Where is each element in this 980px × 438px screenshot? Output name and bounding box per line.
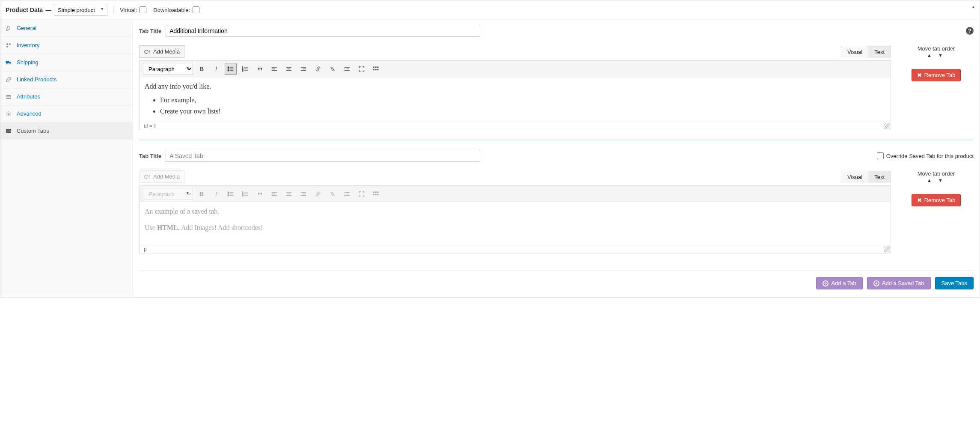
wrench-icon [6,25,12,31]
editor-path: p [144,246,147,252]
sidebar-item-label: Advanced [17,110,42,117]
svg-rect-38 [373,66,374,68]
virtual-label: Virtual: [120,7,137,13]
svg-point-5 [9,63,10,64]
bullet-list-button[interactable] [225,63,237,75]
svg-rect-72 [377,191,378,193]
editor-list-item: Create your own lists! [160,106,885,116]
format-select[interactable]: Paragraph [143,63,193,75]
editor-tab-visual[interactable]: Visual [841,171,868,183]
svg-point-49 [228,195,229,196]
virtual-checkbox[interactable] [140,6,146,13]
svg-text:3: 3 [242,70,244,72]
resize-grip-icon[interactable] [884,246,890,252]
override-checkbox[interactable] [877,152,884,159]
align-center-button [283,188,295,200]
sidebar-item-label: Attributes [17,93,40,100]
override-label: Override Saved Tab for this product [886,153,974,159]
editor-text: An example of a saved tab. [145,206,885,217]
remove-tab-button[interactable]: ✖ Remove Tab [912,194,961,206]
save-tabs-label: Save Tabs [941,280,967,286]
sidebar: General Inventory Shipping Linked Produc… [0,20,133,297]
bullet-list-button [225,188,237,200]
add-media-label: Add Media [153,48,180,55]
attributes-icon [6,94,12,100]
svg-point-15 [228,69,229,69]
tab-title-input[interactable] [166,25,480,37]
add-tab-label: Add a Tab [831,280,856,286]
panel-title: Product Data [6,6,43,13]
toolbar-toggle-button[interactable] [370,63,382,75]
plus-icon: + [873,280,879,286]
unlink-button[interactable] [327,63,339,75]
close-icon: ✖ [917,197,922,203]
svg-rect-73 [373,194,374,195]
sidebar-item-label: Shipping [17,59,39,66]
sidebar-item-advanced[interactable]: Advanced [0,105,133,122]
add-media-button[interactable]: Add Media [139,45,184,58]
svg-text:3: 3 [242,195,244,197]
editor-text: Use HTML. Add Images! Add shortcodes! [145,223,885,233]
align-center-button[interactable] [283,63,295,75]
move-tab-arrows[interactable]: ▲ ▼ [899,53,974,58]
editor-toolbar: Paragraph B I 123 [140,61,891,77]
align-right-button [297,188,309,200]
svg-rect-74 [375,194,377,195]
save-tabs-button[interactable]: Save Tabs [935,277,974,289]
panel-header: Product Data — Simple product Virtual: D… [0,0,980,20]
fullscreen-button[interactable] [356,63,368,75]
sidebar-item-general[interactable]: General [0,20,133,37]
align-left-button[interactable] [268,63,280,75]
sidebar-item-inventory[interactable]: Inventory [0,37,133,54]
move-tab-arrows[interactable]: ▲ ▼ [899,178,974,183]
align-right-button[interactable] [297,63,309,75]
svg-rect-41 [373,69,374,70]
collapse-toggle-icon[interactable]: ▲ [971,5,975,9]
editor-path: ul » li [144,123,156,129]
editor-status-bar: ul » li [140,122,891,130]
bold-button[interactable]: B [196,63,208,75]
toolbar-toggle-button [370,188,382,200]
svg-point-13 [228,67,229,68]
sidebar-item-custom-tabs[interactable]: </> Custom Tabs [0,122,133,140]
sidebar-item-linked[interactable]: Linked Products [0,71,133,88]
svg-rect-40 [377,66,378,68]
add-tab-button[interactable]: + Add a Tab [816,277,862,289]
add-saved-tab-button[interactable]: + Add a Saved Tab [867,277,931,289]
insert-more-button[interactable] [341,63,353,75]
downloadable-checkbox[interactable] [193,6,199,13]
downloadable-label: Downloadable: [153,7,190,13]
svg-rect-7 [6,96,11,97]
editor-tab-text[interactable]: Text [868,46,891,58]
sidebar-item-label: Custom Tabs [17,128,49,134]
remove-tab-button[interactable]: ✖ Remove Tab [912,69,961,81]
sidebar-item-shipping[interactable]: Shipping [0,54,133,71]
add-media-button: Add Media [139,170,184,183]
help-icon[interactable]: ? [966,27,974,35]
inventory-icon [6,42,12,48]
product-type-select[interactable]: Simple product [54,4,107,16]
svg-point-17 [228,70,229,71]
format-select: Paragraph [143,188,193,200]
editor-toolbar: Paragraph B I 123 [140,186,891,202]
custom-tab-section: Tab Title Override Saved Tab for this pr… [139,140,974,263]
resize-grip-icon[interactable] [884,123,890,129]
move-tab-label: Move tab order [899,170,974,177]
svg-rect-43 [377,69,378,70]
italic-button[interactable]: I [210,63,222,75]
editor-tab-text[interactable]: Text [868,171,891,183]
editor-tab-visual[interactable]: Visual [841,46,868,58]
add-media-label: Add Media [153,173,180,180]
sidebar-item-label: Inventory [17,42,39,48]
editor-content[interactable]: Add any info you'd like. For example, Cr… [140,77,891,122]
svg-rect-6 [6,95,11,95]
sidebar-item-label: General [17,25,36,31]
blockquote-button[interactable] [254,63,266,75]
sidebar-item-attributes[interactable]: Attributes [0,88,133,105]
link-button[interactable] [312,63,324,75]
tab-title-input[interactable] [166,150,480,162]
tab-title-label: Tab Title [139,28,161,34]
svg-rect-39 [375,66,377,68]
numbered-list-button[interactable]: 123 [239,63,251,75]
sidebar-item-label: Linked Products [17,76,56,83]
